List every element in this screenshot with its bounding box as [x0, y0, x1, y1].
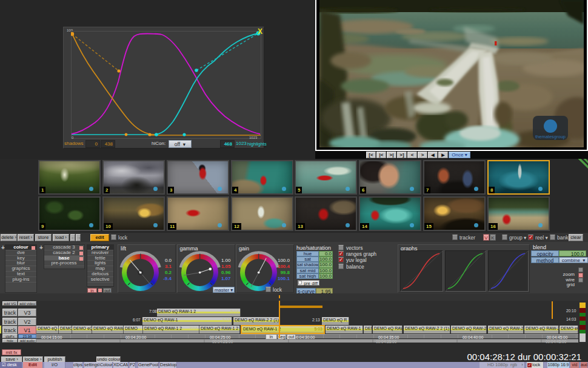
svg-text:thematesgroup: thematesgroup [535, 134, 566, 139]
